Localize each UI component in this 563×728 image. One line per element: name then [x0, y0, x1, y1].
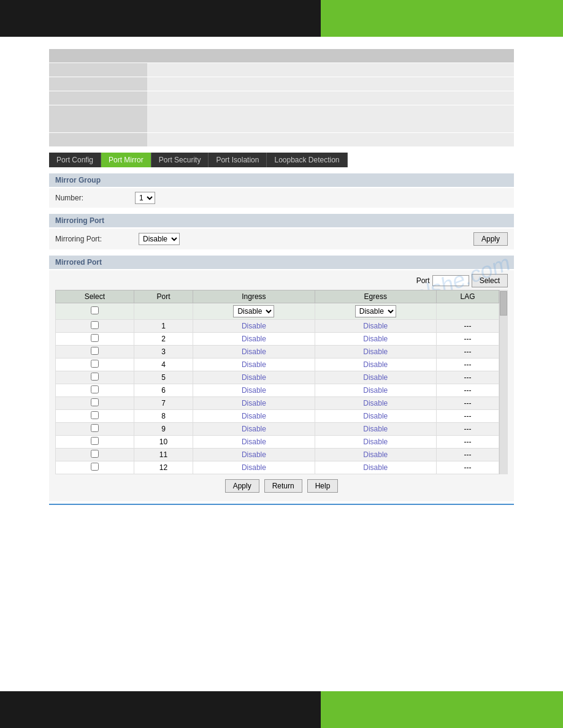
mirrored-port-header: Mirrored Port	[49, 256, 514, 269]
row-12-checkbox[interactable]	[91, 463, 99, 471]
tab-loopback-detection[interactable]: Loopback Detection	[267, 153, 347, 167]
row-10-egress: Disable	[315, 436, 436, 449]
sidebar-value-4	[147, 105, 514, 132]
footer	[0, 691, 563, 728]
row-2-egress: Disable	[315, 333, 436, 346]
row-6-lag: ---	[436, 384, 499, 397]
row-6-checkbox[interactable]	[91, 385, 99, 393]
row-6-egress: Disable	[315, 384, 436, 397]
row-10-checkbox[interactable]	[91, 437, 99, 445]
col-port: Port	[134, 290, 193, 303]
bottom-buttons: Apply Return Help	[55, 474, 508, 498]
filter-ingress-cell: Disable Enable	[193, 303, 315, 320]
row-9-egress: Disable	[315, 423, 436, 436]
row-3-ingress: Disable	[193, 346, 315, 358]
sidebar-value-1	[147, 63, 514, 77]
row-1-ingress: Disable	[193, 320, 315, 333]
table-row: 6 Disable Disable ---	[56, 384, 499, 397]
row-1-checkbox[interactable]	[91, 321, 99, 329]
row-7-ingress: Disable	[193, 397, 315, 410]
sidebar-row-2	[49, 77, 514, 91]
mirroring-port-select[interactable]: Disable 1 2 3 4 5 6 7 8	[139, 233, 180, 245]
sidebar-row-1	[49, 63, 514, 77]
sidebar-row-3	[49, 91, 514, 105]
row-4-checkbox[interactable]	[91, 360, 99, 368]
number-select[interactable]: 1 2 3 4	[135, 192, 155, 204]
apply-button[interactable]: Apply	[225, 479, 259, 493]
filter-ingress-select[interactable]: Disable Enable	[233, 305, 274, 317]
table-row: 9 Disable Disable ---	[56, 423, 499, 436]
port-table-container: Select Port Ingress Egress LAG	[55, 290, 508, 474]
row-3-port: 3	[134, 346, 193, 358]
sidebar-value-3	[147, 91, 514, 105]
sidebar-row-4	[49, 105, 514, 133]
row-8-egress: Disable	[315, 410, 436, 423]
row-4-lag: ---	[436, 358, 499, 371]
row-4-port: 4	[134, 358, 193, 371]
tab-port-config[interactable]: Port Config	[49, 153, 101, 167]
row-3-checkbox[interactable]	[91, 347, 99, 355]
row-1-port: 1	[134, 320, 193, 333]
filter-lag-cell	[436, 303, 499, 320]
filter-egress-select[interactable]: Disable Enable	[355, 305, 396, 317]
filter-row: Disable Enable Disable Enable	[56, 303, 499, 320]
row-5-port: 5	[134, 371, 193, 384]
row-11-lag: ---	[436, 449, 499, 461]
row-8-port: 8	[134, 410, 193, 423]
row-8-checkbox[interactable]	[91, 411, 99, 419]
row-5-checkbox[interactable]	[91, 373, 99, 381]
row-6-ingress: Disable	[193, 384, 315, 397]
select-button[interactable]: Select	[472, 274, 508, 287]
table-row: 3 Disable Disable ---	[56, 346, 499, 358]
mirroring-apply-button[interactable]: Apply	[473, 232, 508, 246]
header	[0, 0, 563, 37]
row-8-ingress: Disable	[193, 410, 315, 423]
port-search-row: Port Select	[55, 274, 508, 287]
mirroring-port-label: Mirroring Port:	[55, 235, 135, 243]
tab-port-mirror[interactable]: Port Mirror	[101, 153, 151, 167]
row-10-ingress: Disable	[193, 436, 315, 449]
sidebar-label-5	[49, 133, 147, 146]
help-button[interactable]: Help	[307, 479, 339, 493]
row-12-ingress: Disable	[193, 461, 315, 474]
number-control: 1 2 3 4	[135, 192, 155, 204]
row-7-checkbox[interactable]	[91, 398, 99, 406]
row-11-egress: Disable	[315, 449, 436, 461]
row-9-checkbox[interactable]	[91, 424, 99, 432]
table-row: 8 Disable Disable ---	[56, 410, 499, 423]
sidebar-row-5	[49, 133, 514, 146]
row-2-checkbox[interactable]	[91, 334, 99, 342]
row-12-lag: ---	[436, 461, 499, 474]
row-9-lag: ---	[436, 423, 499, 436]
row-8-lag: ---	[436, 410, 499, 423]
footer-left	[0, 691, 321, 728]
tab-port-security[interactable]: Port Security	[151, 153, 209, 167]
sidebar-section	[49, 49, 514, 146]
filter-checkbox[interactable]	[91, 306, 99, 314]
main-content: Port Config Port Mirror Port Security Po…	[49, 153, 514, 505]
row-2-port: 2	[134, 333, 193, 346]
header-left	[0, 0, 321, 37]
row-11-checkbox[interactable]	[91, 450, 99, 458]
row-5-egress: Disable	[315, 371, 436, 384]
table-row: 7 Disable Disable ---	[56, 397, 499, 410]
sidebar-label-1	[49, 63, 147, 77]
port-search-input[interactable]	[432, 275, 469, 286]
table-header-row: Select Port Ingress Egress LAG	[56, 290, 499, 303]
table-row: 10 Disable Disable ---	[56, 436, 499, 449]
row-4-egress: Disable	[315, 358, 436, 371]
table-row: 11 Disable Disable ---	[56, 449, 499, 461]
sidebar-label-2	[49, 77, 147, 91]
port-search-label: Port	[416, 276, 430, 285]
sidebar-label-3	[49, 91, 147, 105]
row-9-port: 9	[134, 423, 193, 436]
col-lag: LAG	[436, 290, 499, 303]
scrollbar-thumb[interactable]	[500, 291, 507, 316]
col-ingress: Ingress	[193, 290, 315, 303]
table-row: 2 Disable Disable ---	[56, 333, 499, 346]
col-select: Select	[56, 290, 134, 303]
return-button[interactable]: Return	[264, 479, 302, 493]
mirror-group-header: Mirror Group	[49, 173, 514, 187]
tab-port-isolation[interactable]: Port Isolation	[209, 153, 267, 167]
scrollbar-track[interactable]	[499, 290, 508, 474]
